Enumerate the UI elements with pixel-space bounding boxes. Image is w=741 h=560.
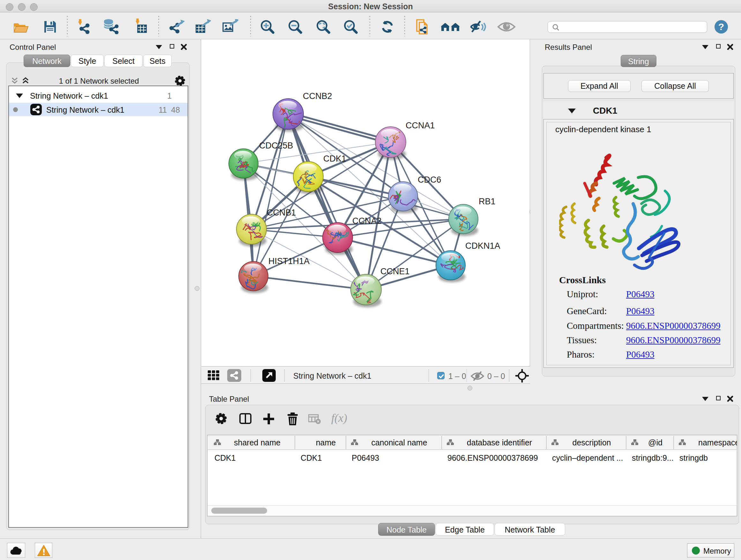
- svg-text:HIST1H1A: HIST1H1A: [268, 256, 310, 266]
- svg-text:CDKN1A: CDKN1A: [465, 241, 500, 251]
- svg-text:CDK1: CDK1: [323, 154, 346, 164]
- svg-text:CDC6: CDC6: [418, 175, 441, 185]
- svg-text:RB1: RB1: [479, 197, 495, 206]
- svg-text:CCNB2: CCNB2: [303, 91, 332, 101]
- svg-text:CDC25B: CDC25B: [259, 141, 293, 150]
- svg-text:CCNA2: CCNA2: [352, 216, 382, 226]
- svg-text:CCNB1: CCNB1: [267, 208, 296, 217]
- svg-text:CCNE1: CCNE1: [381, 266, 410, 276]
- svg-text:CCNA1: CCNA1: [406, 121, 435, 130]
